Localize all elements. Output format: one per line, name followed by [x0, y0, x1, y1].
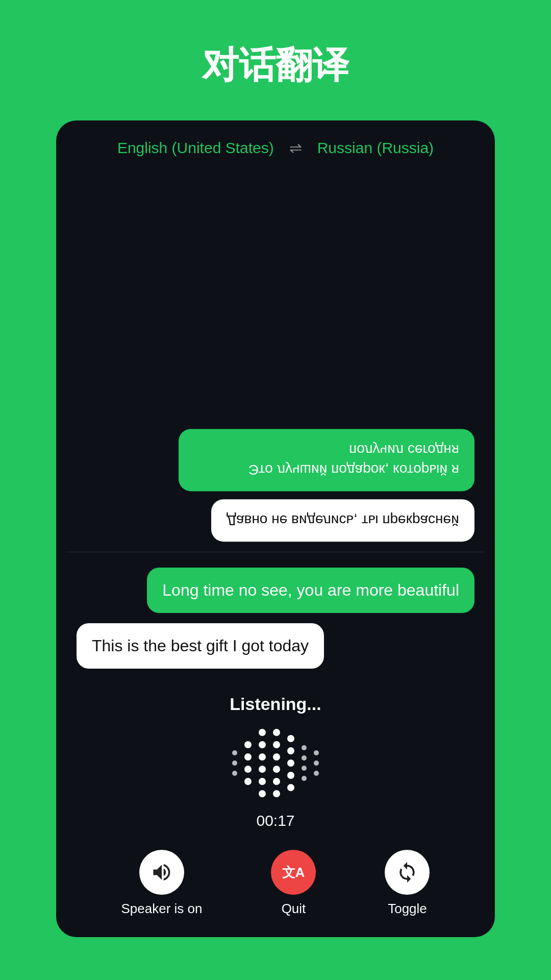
speaker-label: Speaker is on [121, 901, 203, 917]
swap-icon[interactable]: ⇌ [289, 139, 302, 157]
listening-status: Listening... [230, 694, 321, 714]
chat-upper: Это лучший подарок, который я получил се… [56, 169, 495, 552]
wave-col-7 [314, 750, 319, 776]
translation-card: English (United States) ⇌ Russian (Russi… [56, 120, 495, 937]
toggle-icon-circle [385, 850, 430, 895]
recording-timer: 00:17 [256, 812, 294, 829]
language-right[interactable]: Russian (Russia) [317, 139, 434, 157]
speaker-icon [151, 861, 173, 884]
language-bar: English (United States) ⇌ Russian (Russi… [56, 120, 495, 169]
quit-icon-circle: 文A [271, 850, 316, 895]
toggle-icon [396, 861, 418, 884]
speaker-icon-circle [139, 850, 184, 895]
bubble-flipped-1: Это лучший подарок, который я получил се… [179, 429, 474, 491]
wave-col-5 [287, 735, 294, 791]
wave-col-3 [259, 729, 266, 797]
bottom-bar: Speaker is on 文A Quit Toggle [56, 840, 495, 937]
quit-icon: 文A [282, 861, 305, 884]
svg-text:文A: 文A [282, 865, 305, 879]
speaker-button[interactable]: Speaker is on [121, 850, 203, 917]
quit-button[interactable]: 文A Quit [271, 850, 316, 917]
wave-col-2 [244, 741, 252, 785]
toggle-label: Toggle [388, 901, 427, 917]
language-left[interactable]: English (United States) [117, 139, 274, 157]
bubble-translated-2: This is the best gift I got today [77, 623, 324, 669]
listening-area: Listening... [56, 679, 495, 840]
wave-col-1 [232, 750, 237, 776]
chat-lower: Long time no see, you are more beautiful… [56, 552, 495, 679]
bubble-translated-1: Long time no see, you are more beautiful [147, 568, 474, 613]
wave-col-4 [273, 729, 280, 797]
wave-col-6 [302, 745, 307, 781]
app-title: 对话翻译 [202, 41, 349, 90]
bubble-flipped-2: Давно не виделись, ты прекрасней [211, 499, 474, 542]
toggle-button[interactable]: Toggle [385, 850, 430, 917]
waveform [222, 722, 329, 804]
quit-label: Quit [282, 901, 306, 917]
